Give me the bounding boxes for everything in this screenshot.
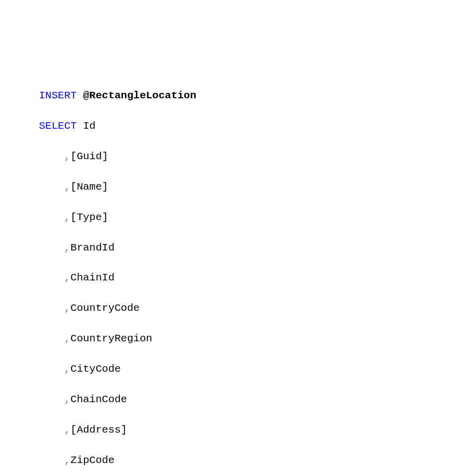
column-name: BrandId bbox=[70, 242, 114, 253]
variable-rectanglelocation: @RectangleLocation bbox=[83, 90, 196, 101]
code-line: ,CityCode bbox=[39, 362, 459, 377]
column-name: [Type] bbox=[70, 212, 108, 223]
comma-operator: , bbox=[64, 242, 70, 253]
comma-operator: , bbox=[64, 181, 70, 193]
comma-operator: , bbox=[64, 424, 70, 436]
comma-operator: , bbox=[64, 363, 70, 375]
keyword-insert: INSERT bbox=[39, 90, 77, 101]
code-line: ,CountryCode bbox=[39, 301, 459, 316]
column-name: CountryRegion bbox=[70, 333, 152, 344]
column-name: CityCode bbox=[70, 363, 121, 375]
code-line: ,[Address] bbox=[39, 423, 459, 438]
comma-operator: , bbox=[64, 272, 70, 283]
column-name: ZipCode bbox=[70, 455, 114, 466]
code-line: SELECT Id bbox=[39, 119, 459, 134]
comma-operator: , bbox=[64, 455, 70, 466]
column-name: ChainCode bbox=[70, 394, 127, 405]
code-line: ,[Guid] bbox=[39, 149, 459, 164]
sql-code-block: INSERT @RectangleLocation SELECT Id ,[Gu… bbox=[0, 73, 459, 476]
column-id: Id bbox=[83, 120, 95, 132]
comma-operator: , bbox=[64, 333, 70, 344]
comma-operator: , bbox=[64, 394, 70, 405]
column-name: ChainId bbox=[70, 272, 114, 283]
keyword-select: SELECT bbox=[39, 120, 77, 132]
code-line: INSERT @RectangleLocation bbox=[39, 88, 459, 103]
comma-operator: , bbox=[64, 302, 70, 314]
code-line: ,CountryRegion bbox=[39, 331, 459, 346]
column-name: [Guid] bbox=[70, 151, 108, 162]
code-line: ,ChainCode bbox=[39, 392, 459, 407]
code-line: ,BrandId bbox=[39, 240, 459, 255]
code-line: ,ChainId bbox=[39, 270, 459, 285]
comma-operator: , bbox=[64, 151, 70, 162]
code-line: ,ZipCode bbox=[39, 453, 459, 468]
code-line: ,[Type] bbox=[39, 210, 459, 225]
code-line: ,[Name] bbox=[39, 180, 459, 195]
column-name: [Address] bbox=[70, 424, 127, 436]
comma-operator: , bbox=[64, 212, 70, 223]
column-name: CountryCode bbox=[70, 302, 140, 314]
column-name: [Name] bbox=[70, 181, 108, 193]
